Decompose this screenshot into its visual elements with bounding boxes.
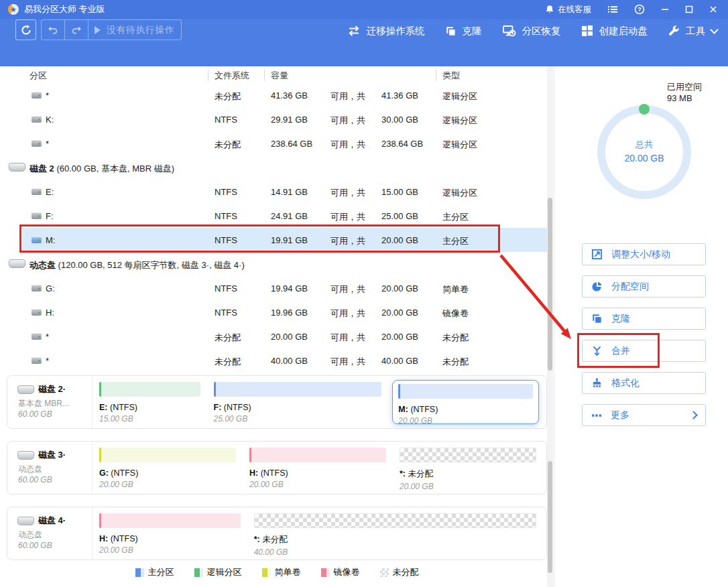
partition-row[interactable]: *未分配40.00 GB可用，共40.00 GB未分配 — [0, 348, 547, 373]
undo-icon — [48, 25, 58, 36]
partition-bar — [99, 448, 236, 462]
partition-label: F: (NTFS) — [214, 403, 382, 412]
capacity-separator: 可用，共 — [330, 211, 381, 223]
disk-card: 磁盘 4·动态盘60.00 GBH: (NTFS)20.00 GB*: 未分配4… — [7, 507, 547, 560]
toolbar-action-克隆[interactable]: 克隆 — [445, 25, 482, 38]
capacity-available: 238.64 GB — [271, 139, 330, 151]
titlebar: 易我分区大师 专业版 在线客服 ? — [0, 0, 728, 19]
partition-type: 未分配 — [442, 332, 469, 344]
tools-icon — [668, 25, 680, 37]
redo-button[interactable] — [65, 20, 88, 40]
diskmap-partition-H[interactable]: H: (NTFS)20.00 GB — [247, 446, 389, 490]
diskmap-partition-*[interactable]: *: 未分配20.00 GB — [397, 446, 539, 490]
total-value: 20.00 GB — [591, 153, 698, 164]
partition-row[interactable]: *未分配238.64 GB可用，共238.64 GB逻辑分区 — [0, 131, 547, 155]
close-icon[interactable] — [709, 5, 717, 13]
maximize-icon[interactable] — [685, 5, 693, 13]
diskmap-partition-*[interactable]: *: 未分配40.00 GB — [251, 511, 539, 556]
more-button[interactable]: 更多 — [582, 404, 706, 426]
execute-operations-button[interactable]: 没有待执行操作 — [88, 20, 181, 40]
disk-kind: 动态盘 — [18, 529, 42, 541]
undo-button[interactable] — [42, 20, 64, 40]
partition-row[interactable]: G:NTFS19.94 GB可用，共20.00 GB简单卷 — [0, 276, 547, 300]
partition-row[interactable]: *未分配20.00 GB可用，共20.00 GB未分配 — [0, 324, 547, 348]
partition-name: * — [46, 356, 49, 366]
capacity-separator: 可用，共 — [330, 356, 381, 368]
clone-button[interactable]: 克隆 — [582, 308, 706, 330]
disk-group-row[interactable]: 磁盘 2 (60.00 GB, 基本盘, MBR 磁盘) — [0, 155, 547, 180]
capacity-total: 41.36 GB — [381, 90, 418, 103]
partition-filesystem: 未分配 — [215, 356, 241, 368]
column-header-2: 容量 — [271, 70, 288, 82]
resize-move-button[interactable]: 调整大小/移动 — [582, 243, 706, 265]
partition-capacity: 29.91 GB可用，共30.00 GB — [271, 115, 418, 127]
capacity-separator: 可用，共 — [330, 235, 381, 247]
partition-size: 20.00 GB — [99, 480, 236, 489]
partition-bar — [400, 448, 536, 462]
partition-capacity: 20.00 GB可用，共20.00 GB — [271, 332, 418, 344]
partition-capacity: 19.94 GB可用，共20.00 GB — [271, 283, 418, 296]
partition-row[interactable]: H:NTFS19.96 GB可用，共20.00 GB镜像卷 — [0, 300, 547, 324]
capacity-available: 20.00 GB — [271, 332, 330, 344]
legend-item-simple: 简单卷 — [262, 566, 301, 578]
diskmap-scrollbar-thumb[interactable] — [548, 461, 552, 573]
clone-label: 克隆 — [611, 313, 630, 325]
capacity-separator: 可用，共 — [330, 308, 381, 320]
allocate-space-button[interactable]: 分配空间 — [582, 275, 706, 298]
partition-capacity: 19.91 GB可用，共20.00 GB — [271, 235, 418, 247]
capacity-available: 24.91 GB — [271, 211, 330, 223]
menu-list-icon[interactable] — [607, 4, 618, 15]
capacity-available: 40.00 GB — [271, 356, 330, 368]
allocate-space-icon — [591, 281, 603, 292]
partition-label: H: (NTFS) — [99, 534, 241, 543]
diskmap-partition-H[interactable]: H: (NTFS)20.00 GB — [97, 511, 243, 556]
toolbar-action-工具[interactable]: 工具 — [668, 25, 717, 38]
merge-button[interactable]: 合并 — [582, 340, 706, 362]
refresh-button[interactable] — [15, 19, 36, 40]
toolbar-action-分区恢复[interactable]: 分区恢复 — [502, 24, 561, 38]
partition-filesystem: NTFS — [215, 235, 237, 245]
disk-group-row[interactable]: 动态盘 (120.00 GB, 512 每扇区字节数, 磁盘 3·, 磁盘 4·… — [0, 252, 547, 276]
legend-item-unallocated: 未分配 — [380, 566, 419, 578]
toolbar-action-迁移操作系统[interactable]: 迁移操作系统 — [347, 24, 425, 38]
diskmap-partition-E[interactable]: E: (NTFS)15.00 GB — [97, 380, 203, 424]
partition-row[interactable]: F:NTFS24.91 GB可用，共25.00 GB主分区 — [0, 204, 547, 228]
column-header-0: 分区 — [29, 70, 47, 82]
partition-row[interactable]: *未分配41.36 GB可用，共41.36 GB逻辑分区 — [0, 83, 547, 107]
online-service-button[interactable]: 在线客服 — [545, 4, 591, 15]
format-button[interactable]: 格式化 — [582, 372, 706, 394]
partition-bar — [249, 448, 386, 462]
partition-size: 20.00 GB — [249, 480, 386, 489]
partition-capacity: 14.91 GB可用，共15.00 GB — [271, 187, 418, 199]
disk-kind: 基本盘 MBR... — [18, 398, 69, 409]
capacity-available: 41.36 GB — [271, 90, 330, 103]
legend-swatch — [262, 568, 271, 577]
diskmap-partition-M[interactable]: M: (NTFS)20.00 GB — [392, 380, 539, 424]
partition-row[interactable]: K:NTFS29.91 GB可用，共30.00 GB逻辑分区 — [0, 107, 547, 131]
partition-capacity: 41.36 GB可用，共41.36 GB — [271, 90, 418, 103]
diskmap-partition-F[interactable]: F: (NTFS)25.00 GB — [211, 380, 385, 424]
help-icon[interactable]: ? — [634, 4, 645, 15]
disk-card: 磁盘 3·动态盘60.00 GBG: (NTFS)20.00 GBH: (NTF… — [7, 441, 547, 495]
legend-label: 镜像卷 — [334, 566, 360, 578]
toolbar-action-创建启动盘[interactable]: 创建启动盘 — [581, 25, 648, 38]
minimize-icon[interactable] — [661, 5, 669, 13]
diskmap-partition-G[interactable]: G: (NTFS)20.00 GB — [97, 446, 239, 490]
redo-icon — [71, 25, 82, 36]
chevron-right-icon — [689, 411, 698, 419]
partition-filesystem: NTFS — [215, 115, 237, 125]
capacity-total: 15.00 GB — [381, 187, 418, 199]
partition-filesystem: 未分配 — [215, 90, 241, 103]
partition-row[interactable]: M:NTFS19.91 GB可用，共20.00 GB主分区 — [0, 228, 547, 252]
partition-name: * — [46, 332, 49, 342]
legend-label: 未分配 — [393, 566, 419, 578]
partition-table-header: 分区文件系统容量类型 — [0, 66, 547, 83]
partition-icon — [32, 92, 42, 99]
table-scrollbar-thumb[interactable] — [548, 198, 552, 371]
disk-card-partitions: E: (NTFS)15.00 GBF: (NTFS)25.00 GBM: (NT… — [93, 376, 543, 428]
partition-row[interactable]: E:NTFS14.91 GB可用，共15.00 GB逻辑分区 — [0, 180, 547, 204]
partition-name: E: — [46, 187, 54, 197]
toolbar-action-label: 分区恢复 — [522, 25, 561, 38]
capacity-separator: 可用，共 — [330, 283, 381, 296]
capacity-total: 40.00 GB — [381, 356, 418, 368]
